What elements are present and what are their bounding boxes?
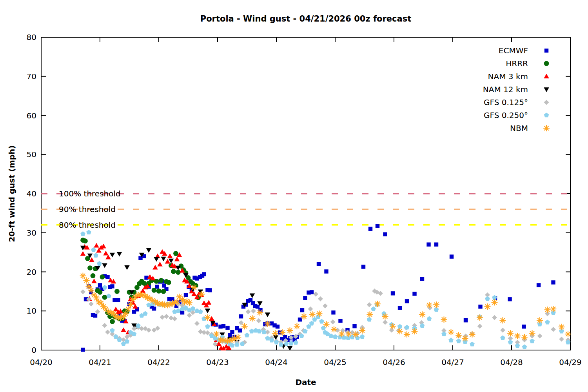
svg-text:40: 40 (27, 189, 36, 198)
x-axis-tick-labels: 04/2004/2104/2204/2304/2404/2504/2604/27… (30, 358, 582, 367)
legend: ECMWFHRRRNAM 3 kmNAM 12 kmGFS 0.125°GFS … (483, 46, 549, 133)
svg-text:04/22: 04/22 (147, 358, 170, 367)
threshold-label: 100% threshold (59, 189, 121, 198)
svg-text:10: 10 (27, 306, 36, 316)
svg-text:NAM 12 km: NAM 12 km (483, 85, 528, 94)
legend-item-gfs-0-125-: GFS 0.125° (484, 98, 549, 107)
chart-title: Portola - Wind gust - 04/21/2026 00z for… (41, 14, 570, 24)
svg-text:80: 80 (27, 33, 36, 42)
legend-item-nam-3-km: NAM 3 km (488, 72, 549, 81)
legend-item-nam-12-km: NAM 12 km (483, 85, 549, 94)
series-ecmwf (81, 224, 555, 352)
svg-text:ECMWF: ECMWF (499, 46, 528, 55)
threshold-label: 90% threshold (59, 205, 116, 214)
svg-text:04/27: 04/27 (441, 358, 464, 367)
svg-text:04/28: 04/28 (500, 358, 523, 367)
plot-svg: 04/2004/2104/2204/2304/2404/2504/2604/27… (0, 0, 588, 392)
svg-text:04/20: 04/20 (30, 358, 53, 367)
threshold-label: 80% threshold (59, 220, 116, 230)
svg-text:20: 20 (27, 267, 36, 277)
svg-text:60: 60 (27, 111, 36, 120)
svg-text:GFS 0.250°: GFS 0.250° (484, 111, 528, 120)
svg-text:50: 50 (27, 150, 36, 159)
svg-text:04/29: 04/29 (559, 358, 582, 367)
legend-item-gfs-0-250-: GFS 0.250° (484, 111, 549, 120)
wind-gust-forecast-chart: Portola - Wind gust - 04/21/2026 00z for… (0, 0, 588, 392)
legend-item-hrrr: HRRR (506, 59, 549, 68)
plot-area: 04/2004/2104/2204/2304/2404/2504/2604/27… (0, 0, 588, 392)
svg-text:04/25: 04/25 (324, 358, 347, 367)
svg-text:NBM: NBM (510, 123, 528, 133)
svg-text:70: 70 (27, 72, 36, 81)
svg-text:04/26: 04/26 (383, 358, 405, 367)
svg-text:04/23: 04/23 (206, 358, 229, 367)
svg-text:04/21: 04/21 (89, 358, 111, 367)
svg-text:GFS 0.125°: GFS 0.125° (484, 98, 528, 107)
legend-item-ecmwf: ECMWF (499, 46, 548, 55)
x-axis-label: Date (41, 377, 570, 387)
legend-item-nbm: NBM (510, 123, 549, 133)
y-axis-tick-labels: 01020304050607080 (27, 33, 36, 355)
svg-text:NAM 3 km: NAM 3 km (488, 72, 528, 81)
svg-text:30: 30 (27, 228, 36, 238)
svg-text:0: 0 (31, 345, 36, 355)
svg-text:04/24: 04/24 (265, 358, 288, 367)
svg-text:HRRR: HRRR (506, 59, 528, 68)
y-axis-label: 20-ft wind gust (mph) (7, 145, 16, 242)
